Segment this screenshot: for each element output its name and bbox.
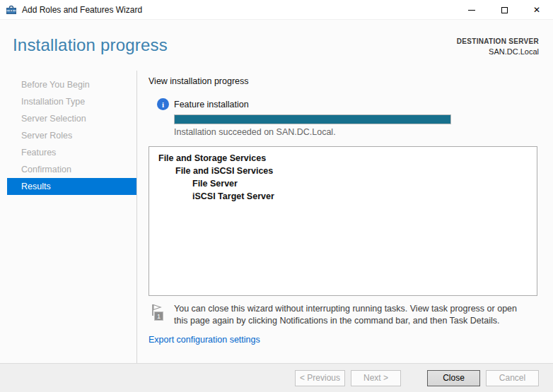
feature-list-item[interactable]: File and iSCSI Services	[149, 165, 537, 177]
main-content: View installation progress i Feature ins…	[149, 71, 539, 363]
progress-bar-fill	[175, 115, 450, 124]
close-wizard-note: You can close this wizard without interr…	[174, 303, 532, 327]
section-title: View installation progress	[149, 76, 249, 86]
minimize-button[interactable]	[455, 0, 488, 20]
close-icon: ✕	[533, 6, 540, 14]
progress-status: Installation succeeded on SAN.DC.Local.	[174, 127, 336, 137]
window-title: Add Roles and Features Wizard	[22, 5, 142, 15]
sidebar-item-results[interactable]: Results	[7, 178, 136, 195]
export-configuration-link[interactable]: Export configuration settings	[149, 335, 260, 345]
notification-count-badge: 1	[154, 311, 163, 321]
cancel-button[interactable]: Cancel	[486, 370, 539, 386]
toolbox-icon	[6, 4, 17, 16]
previous-button[interactable]: < Previous	[295, 370, 345, 386]
window-controls: ✕	[455, 0, 553, 20]
feature-list-item[interactable]: File Server	[149, 177, 537, 190]
close-wizard-button[interactable]: Close	[427, 370, 480, 386]
progress-label: Feature installation	[174, 100, 249, 109]
maximize-button[interactable]	[488, 0, 520, 20]
sidebar-item-features: Features	[7, 144, 136, 161]
sidebar-item-server-selection: Server Selection	[7, 110, 136, 127]
sidebar-item-confirmation: Confirmation	[7, 161, 136, 178]
sidebar-item-installation-type: Installation Type	[7, 93, 136, 110]
close-button[interactable]: ✕	[520, 0, 553, 20]
maximize-icon	[501, 7, 508, 13]
wizard-nav: Before You Begin Installation Type Serve…	[0, 71, 136, 195]
installed-features-list[interactable]: File and Storage Services File and iSCSI…	[149, 146, 537, 296]
destination-server-block: DESTINATION SERVER SAN.DC.Local	[457, 37, 539, 56]
minimize-icon	[468, 10, 475, 11]
info-icon: i	[157, 98, 169, 110]
sidebar-item-before-you-begin: Before You Begin	[7, 76, 136, 93]
title-bar[interactable]: Add Roles and Features Wizard ✕	[0, 0, 553, 20]
destination-server-label: DESTINATION SERVER	[457, 37, 539, 45]
feature-list-item[interactable]: File and Storage Services	[149, 152, 537, 165]
destination-server-value: SAN.DC.Local	[457, 47, 539, 56]
page-title: Installation progress	[13, 35, 168, 55]
feature-list-item[interactable]: iSCSI Target Server	[149, 190, 537, 203]
sidebar-divider	[136, 71, 137, 363]
button-bar: < Previous Next > Close Cancel	[0, 363, 553, 392]
sidebar-item-server-roles: Server Roles	[7, 127, 136, 144]
progress-bar	[174, 114, 451, 124]
next-button[interactable]: Next >	[351, 370, 401, 386]
